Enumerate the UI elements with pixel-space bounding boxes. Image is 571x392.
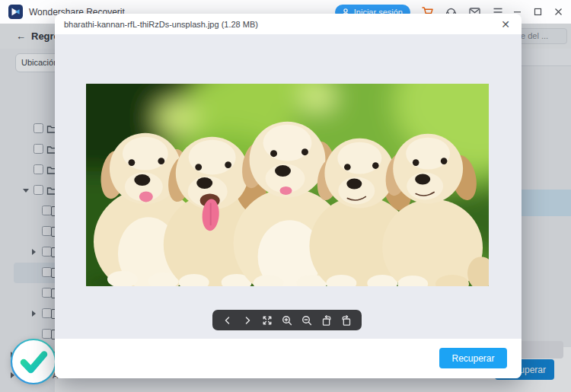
app-window: Wondershare Recoverit Iniciar sesión xyxy=(0,0,571,392)
zoom-in-icon[interactable] xyxy=(280,314,293,327)
rotate-left-icon[interactable] xyxy=(340,314,353,327)
rotate-right-icon[interactable] xyxy=(321,314,333,327)
close-button[interactable] xyxy=(550,5,566,19)
maximize-button[interactable] xyxy=(529,5,546,19)
preview-modal: bharathi-kannan-rfL-thiRzDs-unsplash.jpg… xyxy=(55,14,522,378)
modal-close-button[interactable]: ✕ xyxy=(496,16,515,33)
modal-header: bharathi-kannan-rfL-thiRzDs-unsplash.jpg… xyxy=(55,14,522,34)
viewer-toolbar xyxy=(212,310,362,330)
fit-screen-icon[interactable] xyxy=(260,314,273,327)
recover-button-modal[interactable]: Recuperar xyxy=(439,348,507,368)
app-logo-icon xyxy=(8,5,23,19)
preview-filename: bharathi-kannan-rfL-thiRzDs-unsplash.jpg… xyxy=(64,20,496,29)
preview-image xyxy=(86,84,489,286)
zoom-out-icon[interactable] xyxy=(301,314,314,327)
scan-complete-badge xyxy=(10,338,57,385)
previous-image-button[interactable] xyxy=(221,314,234,327)
next-image-button[interactable] xyxy=(241,314,254,327)
modal-footer: Recuperar xyxy=(55,339,522,378)
